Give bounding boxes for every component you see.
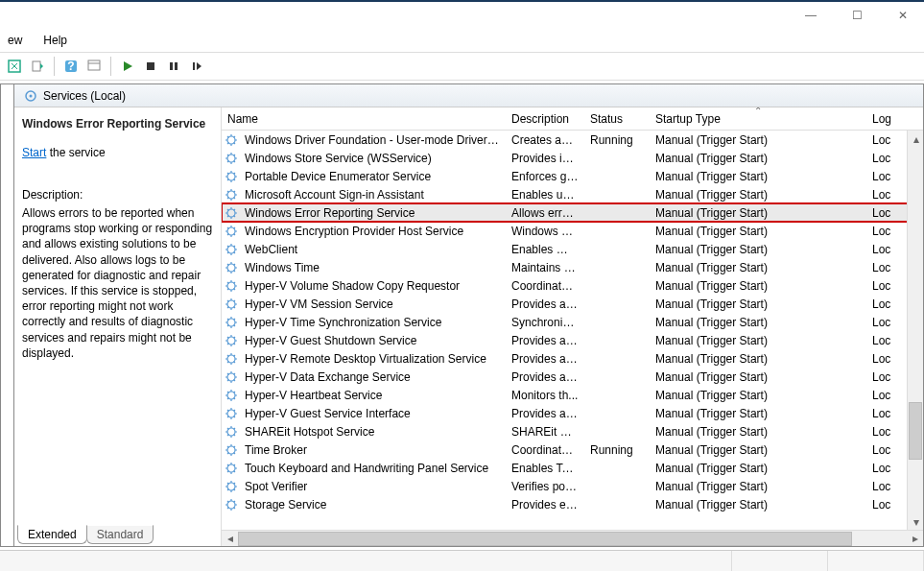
refresh-icon[interactable] — [4, 56, 25, 77]
cell-startup: Manual (Trigger Start) — [650, 334, 866, 347]
stop-icon[interactable] — [140, 56, 161, 77]
gear-icon — [224, 152, 239, 165]
maximize-button[interactable]: ☐ — [843, 6, 870, 25]
cell-startup: Manual (Trigger Start) — [650, 261, 866, 274]
gear-icon — [224, 443, 239, 457]
hscroll-thumb[interactable] — [238, 532, 852, 546]
detail-pane: Windows Error Reporting Service Start th… — [14, 107, 222, 546]
cell-name: Windows Store Service (WSService) — [239, 152, 506, 165]
pause-icon[interactable] — [163, 56, 184, 77]
table-row[interactable]: SHAREit Hotspot ServiceSHAREit Ho...Manu… — [222, 422, 923, 440]
cell-startup: Manual (Trigger Start) — [650, 407, 866, 420]
table-row[interactable]: WebClientEnables Win...Manual (Trigger S… — [222, 240, 923, 258]
scroll-left-icon[interactable]: ◂ — [222, 531, 238, 547]
cell-startup: Manual (Trigger Start) — [650, 297, 866, 311]
cell-name: WebClient — [239, 243, 506, 256]
gear-icon — [224, 370, 239, 384]
table-row[interactable]: Windows Encryption Provider Host Service… — [222, 222, 923, 240]
menu-view[interactable]: ew — [4, 32, 26, 49]
description-text: Allows errors to be reported when progra… — [22, 205, 213, 361]
gear-icon — [224, 133, 239, 147]
vertical-scrollbar[interactable]: ▴ ▾ — [907, 131, 923, 530]
scroll-right-icon[interactable]: ▸ — [907, 531, 923, 547]
col-logon[interactable]: Log — [866, 107, 923, 130]
cell-startup: Manual (Trigger Start) — [650, 152, 866, 165]
table-row[interactable]: Windows Store Service (WSService)Provide… — [222, 149, 923, 167]
table-row[interactable]: Hyper-V Time Synchronization ServiceSync… — [222, 313, 923, 331]
table-row[interactable]: Touch Keyboard and Handwriting Panel Ser… — [222, 459, 923, 477]
cell-description: Enables Tou... — [506, 462, 584, 475]
close-button[interactable]: ✕ — [889, 6, 916, 25]
col-name[interactable]: Name — [222, 107, 506, 130]
table-row[interactable]: Microsoft Account Sign-in AssistantEnabl… — [222, 185, 923, 203]
table-row[interactable]: Storage ServiceProvides en...Manual (Tri… — [222, 495, 923, 513]
cell-name: Hyper-V Heartbeat Service — [239, 389, 506, 402]
cell-startup: Manual (Trigger Start) — [650, 498, 866, 512]
cell-status: Running — [584, 133, 650, 147]
cell-name: Windows Error Reporting Service — [239, 206, 506, 220]
table-row[interactable]: Hyper-V Data Exchange ServiceProvides a … — [222, 368, 923, 386]
services-icon — [24, 89, 37, 103]
gear-icon — [224, 352, 239, 366]
horizontal-scrollbar[interactable]: ◂ ▸ — [222, 530, 923, 546]
cell-startup: Manual (Trigger Start) — [650, 206, 866, 220]
vscroll-thumb[interactable] — [909, 402, 922, 460]
cell-description: Synchronize... — [506, 316, 584, 329]
tab-extended[interactable]: Extended — [17, 525, 87, 544]
gear-icon — [224, 170, 239, 183]
statusbar — [0, 550, 924, 571]
svg-text:?: ? — [67, 59, 74, 73]
scroll-up-icon[interactable]: ▴ — [908, 131, 923, 147]
table-row[interactable]: Time BrokerCoordinates...RunningManual (… — [222, 440, 923, 459]
start-icon[interactable] — [117, 56, 138, 77]
col-description[interactable]: Description — [506, 107, 584, 130]
properties-icon[interactable] — [83, 56, 105, 77]
export-icon[interactable] — [27, 56, 48, 77]
scroll-down-icon[interactable]: ▾ — [908, 513, 923, 530]
table-row[interactable]: Hyper-V Guest Service InterfaceProvides … — [222, 404, 923, 422]
gear-icon — [224, 225, 239, 238]
cell-startup: Manual (Trigger Start) — [650, 133, 866, 147]
menu-help[interactable]: Help — [39, 32, 71, 49]
cell-name: Hyper-V Data Exchange Service — [239, 370, 506, 384]
tree-header[interactable]: Services (Local) — [14, 84, 923, 107]
table-row[interactable]: Hyper-V Guest Shutdown ServiceProvides a… — [222, 331, 923, 349]
toolbar: ? — [0, 52, 924, 81]
cell-name: Touch Keyboard and Handwriting Panel Ser… — [239, 462, 506, 475]
cell-startup: Manual (Trigger Start) — [650, 170, 866, 183]
table-row[interactable]: Spot VerifierVerifies pote...Manual (Tri… — [222, 477, 923, 495]
cell-startup: Manual (Trigger Start) — [650, 243, 866, 256]
cell-description: Coordinates... — [506, 279, 584, 293]
col-status[interactable]: Status — [584, 107, 650, 130]
titlebar: — ☐ ✕ — [0, 0, 924, 29]
tree-pane-collapsed[interactable] — [0, 83, 13, 547]
gear-icon — [224, 206, 239, 220]
svg-rect-8 — [175, 62, 178, 70]
start-link[interactable]: Start — [22, 146, 46, 159]
col-startup-type[interactable]: Startup Type — [650, 107, 866, 130]
table-row[interactable]: Portable Device Enumerator ServiceEnforc… — [222, 167, 923, 185]
gear-icon — [224, 480, 239, 493]
table-row[interactable]: Windows TimeMaintains d...Manual (Trigge… — [222, 258, 923, 276]
gear-icon — [224, 407, 239, 420]
cell-startup: Manual (Trigger Start) — [650, 480, 866, 493]
table-row[interactable]: Windows Error Reporting ServiceAllows er… — [222, 203, 923, 222]
table-row[interactable]: Windows Driver Foundation - User-mode Dr… — [222, 131, 923, 149]
cell-startup: Manual (Trigger Start) — [650, 462, 866, 475]
table-row[interactable]: Hyper-V Heartbeat ServiceMonitors th...M… — [222, 386, 923, 404]
content-area: Services (Local) Windows Error Reporting… — [0, 83, 924, 547]
cell-name: Hyper-V VM Session Service — [239, 297, 506, 311]
view-tabs: Extended Standard — [17, 525, 153, 544]
minimize-button[interactable]: — — [797, 6, 824, 25]
cell-name: Hyper-V Guest Shutdown Service — [239, 334, 506, 347]
cell-startup: Manual (Trigger Start) — [650, 225, 866, 238]
restart-icon[interactable] — [186, 56, 207, 77]
table-row[interactable]: Hyper-V Remote Desktop Virtualization Se… — [222, 349, 923, 368]
gear-icon — [224, 334, 239, 347]
table-row[interactable]: Hyper-V VM Session ServiceProvides a ...… — [222, 295, 923, 313]
help-icon[interactable]: ? — [60, 56, 82, 77]
cell-description: Creates and... — [506, 133, 584, 147]
cell-description: Provides en... — [506, 498, 584, 512]
table-row[interactable]: Hyper-V Volume Shadow Copy RequestorCoor… — [222, 276, 923, 295]
tab-standard[interactable]: Standard — [86, 525, 154, 544]
